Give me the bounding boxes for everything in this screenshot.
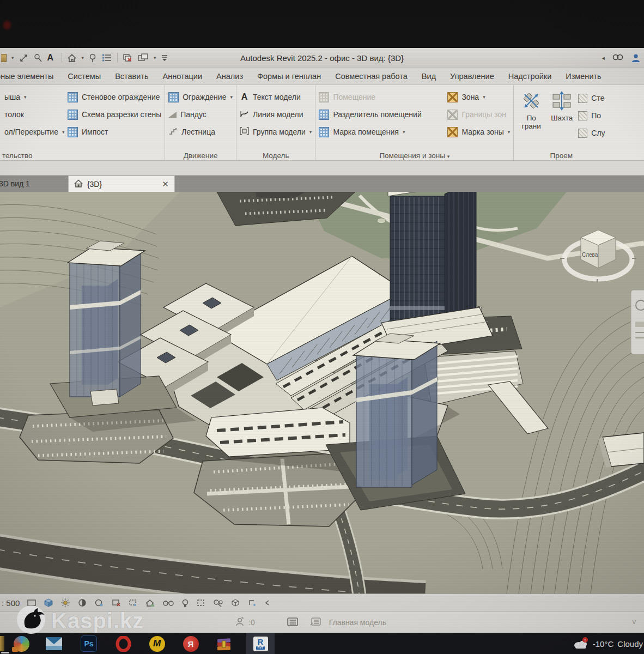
- view-control-bar: : 500: [0, 594, 644, 611]
- customize-qat-icon[interactable]: [161, 54, 168, 62]
- measure-icon[interactable]: [19, 53, 28, 63]
- worksets-icon[interactable]: [235, 617, 245, 628]
- close-hidden-windows-icon[interactable]: [123, 53, 133, 63]
- taskbar-browser-icon[interactable]: [13, 635, 29, 652]
- visual-style-icon[interactable]: [44, 598, 53, 608]
- dark-tower[interactable]: [381, 192, 493, 352]
- temporary-view-properties-icon[interactable]: [196, 598, 206, 607]
- taskbar-edge-app-icon[interactable]: [0, 636, 4, 651]
- taskbar-winrar-icon[interactable]: [216, 635, 232, 652]
- view-tab-3d-active[interactable]: {3D} ✕: [68, 175, 175, 192]
- railing-button[interactable]: Ограждение▾: [168, 88, 233, 106]
- default-3d-view-icon[interactable]: [67, 53, 77, 63]
- close-view-icon[interactable]: ✕: [162, 179, 169, 189]
- switch-windows-icon[interactable]: [138, 53, 149, 62]
- model-group-button[interactable]: Группа модели▾: [240, 123, 312, 141]
- panel-expand-icon[interactable]: ▾: [447, 154, 450, 159]
- opening-vertical-button[interactable]: По: [578, 107, 605, 124]
- status-expand-icon[interactable]: ˅: [632, 618, 636, 627]
- window-title: Autodesk Revit 2025.2 - офис - 3D вид: {…: [240, 53, 404, 63]
- crop-view-icon[interactable]: [111, 598, 121, 607]
- taskbar-photoshop-icon[interactable]: Ps: [81, 635, 97, 652]
- tab-massing-site[interactable]: Формы и генплан: [250, 69, 328, 84]
- constraints-icon[interactable]: [247, 598, 257, 607]
- scale-button[interactable]: : 500: [2, 598, 20, 608]
- taskbar-mail-icon[interactable]: [46, 635, 62, 652]
- area-button[interactable]: Зона▾: [447, 88, 510, 106]
- design-options-icon[interactable]: [287, 617, 299, 628]
- navigation-bar[interactable]: [631, 290, 644, 354]
- opening-shaft-button[interactable]: Шахта: [548, 88, 576, 149]
- panel-rooms: Помещение Разделитель помещений Марка по…: [315, 85, 513, 160]
- text-tool-icon[interactable]: A: [47, 53, 57, 63]
- tab-view[interactable]: Вид: [415, 69, 443, 84]
- taskbar-revit-icon[interactable]: RRVT: [246, 633, 275, 654]
- tab-addins[interactable]: Надстройки: [501, 69, 559, 84]
- taskbar-yandex-icon[interactable]: Я: [183, 635, 199, 652]
- tab-precast[interactable]: орные элементы: [0, 69, 60, 84]
- render-icon[interactable]: [94, 598, 104, 608]
- sun-path-icon[interactable]: [60, 598, 70, 608]
- opening-wall-button[interactable]: Сте: [578, 89, 605, 107]
- 3d-model-scene[interactable]: Слева: [0, 192, 644, 594]
- tab-manage[interactable]: Управление: [443, 69, 501, 84]
- thin-lines-icon[interactable]: [102, 53, 112, 62]
- opening-by-face-button[interactable]: По грани: [517, 88, 545, 149]
- displacement-sets-icon[interactable]: [230, 598, 240, 608]
- mullion-icon: [68, 127, 78, 137]
- taskbar-market-icon[interactable]: M: [149, 635, 165, 652]
- reveal-hidden-icon[interactable]: [181, 598, 189, 608]
- opening-vertical-icon: [578, 111, 587, 120]
- stair-button[interactable]: Лестница: [168, 123, 233, 141]
- opening-dormer-button[interactable]: Слу: [578, 124, 605, 142]
- model-text-button[interactable]: AТекст модели: [240, 88, 312, 106]
- ceiling-button[interactable]: толок: [3, 106, 65, 123]
- quick-access-toolbar: ▾ A ▾ ▾: [1, 53, 168, 63]
- expand-icon[interactable]: [264, 599, 270, 607]
- detail-level-icon[interactable]: [27, 599, 37, 607]
- taskbar-opera-icon[interactable]: [115, 635, 131, 652]
- ramp-button[interactable]: Пандус: [168, 106, 233, 123]
- area-tag-button[interactable]: Марка зоны▾: [447, 123, 510, 141]
- show-crop-icon[interactable]: [128, 598, 138, 607]
- search-icon[interactable]: [612, 53, 624, 63]
- worksets-count[interactable]: :0: [248, 618, 255, 627]
- section-tool-icon[interactable]: [1, 54, 7, 62]
- dropdown-arrow-icon[interactable]: ▾: [11, 55, 14, 60]
- wall-sweep-button[interactable]: Стеновое ограждение: [68, 88, 161, 106]
- model-line-button[interactable]: Линия модели: [240, 106, 312, 123]
- mullion-button[interactable]: Импост: [68, 123, 161, 141]
- account-icon[interactable]: [631, 53, 641, 63]
- tab-analyze[interactable]: Анализ: [209, 69, 250, 84]
- weather-widget[interactable]: ! -10°C Cloudy: [573, 633, 643, 654]
- opening-shaft-icon: [551, 90, 572, 113]
- tab-collaborate[interactable]: Совместная работа: [328, 69, 415, 84]
- shadows-icon[interactable]: [77, 598, 87, 608]
- analytical-model-icon[interactable]: [213, 598, 223, 608]
- section-marker-icon[interactable]: [89, 53, 97, 63]
- wall-sweep-icon: [68, 92, 78, 102]
- tab-annotate[interactable]: Аннотации: [156, 69, 209, 84]
- viewcube-face-label[interactable]: Слева: [582, 252, 598, 258]
- roof-button[interactable]: ыша▾: [3, 88, 65, 106]
- floor-button[interactable]: ол/Перекрытие▾: [3, 123, 65, 141]
- room-separator-button[interactable]: Разделитель помещений: [319, 106, 445, 123]
- unlocked-view-icon[interactable]: [145, 598, 155, 608]
- dropdown-arrow-icon[interactable]: ▾: [82, 55, 84, 60]
- tab-systems[interactable]: Системы: [60, 69, 108, 84]
- dropdown-arrow-icon[interactable]: ▾: [154, 55, 156, 60]
- tag-by-category-icon[interactable]: [33, 53, 42, 63]
- wall-reveal-button[interactable]: Схема разрезки стены: [68, 106, 161, 123]
- opening-wall-icon: [578, 94, 587, 103]
- tab-modify[interactable]: Изменить: [558, 69, 608, 84]
- view-tab-3d-vid-1[interactable]: 3D вид 1: [0, 175, 39, 192]
- collapse-arrow-icon[interactable]: ◂: [602, 55, 605, 62]
- room-tag-button[interactable]: Марка помещения▾: [319, 123, 445, 141]
- model-canvas[interactable]: Слева: [0, 192, 644, 594]
- svg-text:!: !: [584, 638, 586, 643]
- tab-insert[interactable]: Вставить: [108, 69, 155, 84]
- edit-options-icon[interactable]: [309, 617, 321, 628]
- temporary-hide-isolate-icon[interactable]: [162, 599, 174, 607]
- active-design-option[interactable]: Главная модель: [329, 618, 386, 627]
- view-tab-bar: 3D вид 1 {3D} ✕: [0, 175, 644, 192]
